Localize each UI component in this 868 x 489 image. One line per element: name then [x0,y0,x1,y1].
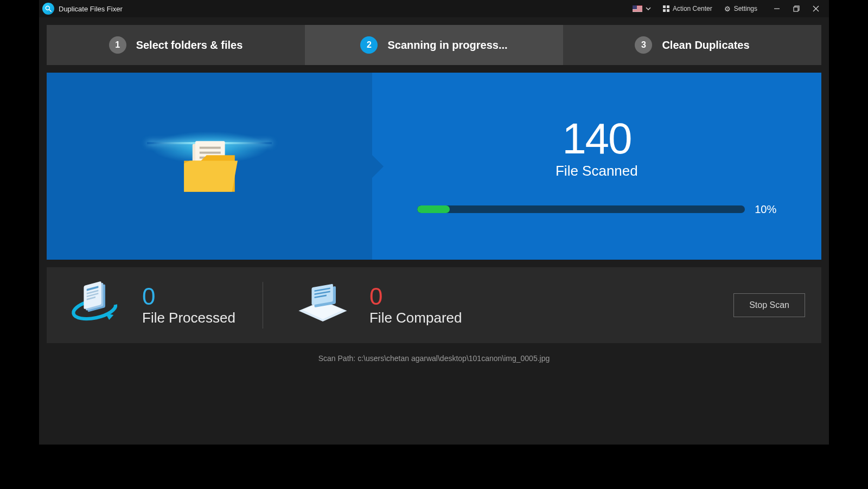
flag-us-icon [633,5,642,12]
grid-icon [663,5,669,12]
stat-processed: 0 File Processed [63,278,235,332]
scan-path-prefix: Scan Path: [318,354,358,363]
step-1[interactable]: 1 Select folders & files [47,25,305,65]
progress-percent-label: 10% [755,203,776,216]
main-body: 1 Select folders & files 2 Scanning in p… [39,17,829,445]
svg-rect-9 [200,146,221,149]
action-center-button[interactable]: Action Center [661,4,714,14]
files-scanned-count: 140 [562,117,631,160]
scan-path-line: Scan Path: c:\users\chetan agarwal\deskt… [47,351,821,363]
stop-scan-button[interactable]: Stop Scan [733,293,805,317]
file-processed-icon [63,278,128,332]
settings-label: Settings [734,5,757,12]
progress-fill [417,205,450,213]
minimize-button[interactable] [767,1,787,16]
scan-hero-left [47,73,372,260]
processed-count: 0 [142,285,235,308]
svg-rect-4 [794,7,798,11]
step-3-label: Clean Duplicates [662,39,749,52]
processed-label: File Processed [142,310,235,326]
maximize-button[interactable] [787,1,806,16]
step-1-num: 1 [109,36,126,54]
scan-hero-right: 140 File Scanned 10% [372,73,821,260]
app-logo-icon [42,3,54,15]
vertical-divider [263,282,263,329]
svg-rect-10 [200,151,221,153]
titlebar: Duplicate Files Fixer Action Center ⚙ Se… [39,0,829,17]
gear-icon: ⚙ [724,5,731,13]
close-button[interactable] [806,1,826,16]
settings-button[interactable]: ⚙ Settings [722,4,760,14]
stats-panel: 0 File Processed [47,267,821,343]
progress-bar [417,205,745,213]
scanning-folder-illustration [139,112,280,221]
app-title: Duplicate Files Fixer [59,5,123,13]
scan-hero-panel: 140 File Scanned 10% [47,73,821,260]
scan-path-value: c:\users\chetan agarwal\desktop\101canon… [358,354,550,363]
svg-marker-13 [105,313,113,320]
files-scanned-label: File Scanned [556,163,638,179]
stepper: 1 Select folders & files 2 Scanning in p… [47,25,821,65]
file-compared-icon [290,278,355,332]
action-center-label: Action Center [673,5,712,12]
step-3[interactable]: 3 Clean Duplicates [563,25,821,65]
stat-compared: 0 File Compared [290,278,462,332]
step-2[interactable]: 2 Scanning in progress... [305,25,563,65]
app-window: Duplicate Files Fixer Action Center ⚙ Se… [39,0,829,445]
step-2-label: Scanning in progress... [387,39,507,52]
progress-row: 10% [417,203,777,216]
chevron-down-icon [646,6,651,11]
svg-line-1 [49,10,52,12]
language-selector[interactable] [630,4,653,13]
step-3-num: 3 [635,36,652,54]
step-1-label: Select folders & files [136,39,243,52]
compared-count: 0 [369,285,462,308]
step-2-num: 2 [360,36,378,54]
folder-icon [174,131,245,202]
compared-label: File Compared [369,310,462,326]
